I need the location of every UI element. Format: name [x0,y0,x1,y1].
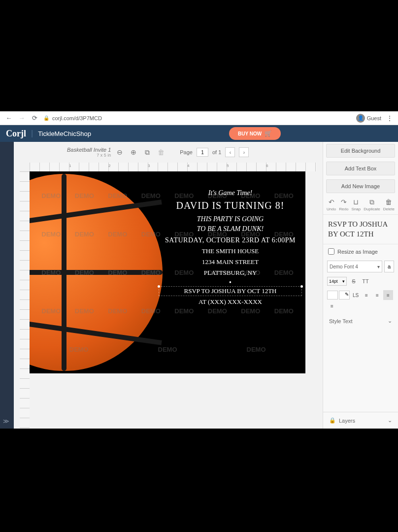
letter-spacing-button[interactable]: LS [351,290,361,300]
address-bar[interactable]: 🔒 corjl.com/d/3P7MCD [43,115,351,121]
invite-line-city[interactable]: PLATTSBURG, NY [163,269,298,277]
lock-icon: 🔒 [43,115,49,121]
document-dimensions: 7 x 5 in [67,153,111,158]
ruler-horizontal: 123456 [30,163,317,171]
buy-now-label: BUY NOW [238,131,262,136]
tool-row: ↶Undo ↷Redo ⊔Snap ⧉Duplicate 🗑Delete [323,195,398,215]
selection-handles[interactable] [159,286,302,296]
zoom-out-icon[interactable]: ⊖ [115,147,125,157]
resize-checkbox[interactable] [328,248,334,255]
divider: | [31,129,33,138]
magnet-icon: ⊔ [352,198,360,206]
resize-label: Resize as Image [337,249,378,255]
canvas-wrap: 123456 DEMODEMODEMODEMODEMO DEMODEMODEMO… [14,163,323,429]
letterbox-bottom [0,429,398,532]
redo-icon: ↷ [340,198,348,206]
trash-icon[interactable]: 🗑 [156,147,166,157]
invite-text-group: It's Game Time! DAVID IS TURNING 8! THIS… [163,186,298,309]
font-row: Demo Font 4▾ a [323,259,398,274]
chevron-down-icon: ⌄ [388,318,392,324]
page-number-input[interactable] [197,148,208,157]
text-transform-button[interactable]: TT [361,276,370,286]
divider-dot: ● [163,280,298,284]
editor-toolbar: Basketball Invite 1 7 x 5 in ⊖ ⊕ ⧉ 🗑 Pag… [14,142,323,163]
kebab-menu-icon[interactable]: ⋮ [386,114,393,122]
align-center-button[interactable]: ≡ [383,290,393,300]
properties-panel: Edit Background Add Text Box Add New Ima… [323,142,398,429]
expand-rail-icon[interactable]: ≫ [3,418,9,425]
buy-now-button[interactable]: BUY NOW 🛒 [229,127,281,140]
reload-icon[interactable]: ⟳ [31,114,38,122]
invite-line-date[interactable]: SATURDAY, OCTOBER 23RD AT 6:00PM [163,236,298,244]
layers-panel-toggle[interactable]: 🔒 Layers ⌄ [323,412,398,429]
stroke-color-swatch[interactable] [339,291,350,299]
invite-line-venue[interactable]: THE SMITH HOUSE [163,247,298,255]
size-row: 14pt▾ S TT [323,274,398,288]
invite-line-street[interactable]: 1234 MAIN STREET [163,258,298,266]
redo-button[interactable]: ↷Redo [339,198,348,211]
undo-icon: ↶ [328,198,335,206]
chevron-down-icon: ▾ [377,264,380,269]
app-header: Corjl | TickleMeChicShop BUY NOW 🛒 [0,125,398,142]
shop-name: TickleMeChicShop [38,130,91,137]
invite-line-gametime[interactable]: It's Game Time! [163,189,298,197]
duplicate-button[interactable]: ⧉Duplicate [364,198,380,211]
add-text-button[interactable]: Add Text Box [326,162,395,175]
fill-color-swatch[interactable] [327,291,338,299]
cart-icon: 🛒 [265,130,272,137]
delete-button[interactable]: 🗑Delete [383,198,395,211]
invite-line-slam[interactable]: THIS PARTY IS GOINGTO BE A SLAM DUNK! [163,214,298,233]
align-left-button[interactable]: ≡ [372,290,382,300]
url-text: corjl.com/d/3P7MCD [52,115,102,121]
delete-icon: 🗑 [385,198,393,206]
invite-line-phone[interactable]: AT (XXX) XXX-XXXX [163,298,298,306]
back-icon[interactable]: ← [5,114,13,122]
lock-icon: 🔒 [329,417,336,424]
left-rail: ≫ [0,142,14,429]
font-feature-button[interactable]: a [384,261,394,272]
page-next-button[interactable]: › [239,147,249,157]
main-area: ≫ Basketball Invite 1 7 x 5 in ⊖ ⊕ ⧉ 🗑 P… [0,142,398,429]
selected-text-preview: RSVP TO JOSHUA BY OCT 12TH [323,215,398,244]
forward-icon[interactable]: → [18,114,26,122]
editor-column: Basketball Invite 1 7 x 5 in ⊖ ⊕ ⧉ 🗑 Pag… [14,142,323,429]
page-label: Page [180,149,193,155]
strikethrough-button[interactable]: S [349,276,359,286]
document-title-block: Basketball Invite 1 7 x 5 in [67,147,111,158]
resize-as-image-row[interactable]: Resize as Image [323,244,398,259]
align-right-button[interactable]: ≡ [327,301,337,311]
user-label: Guest [367,115,381,121]
browser-chrome: ← → ⟳ 🔒 corjl.com/d/3P7MCD 👤 Guest ⋮ [0,111,398,125]
user-menu[interactable]: 👤 Guest [356,114,381,123]
document-name: Basketball Invite 1 [67,147,111,153]
invite-line-rsvp-selected[interactable]: RSVP TO JOSHUA BY OCT 12TH [163,287,298,295]
line-height-button[interactable]: ≡ [362,290,371,300]
chevron-down-icon: ⌄ [388,417,392,424]
copy-icon[interactable]: ⧉ [142,147,152,157]
format-row: LS ≡ ≡ ≡ ≡ [323,288,398,313]
duplicate-icon: ⧉ [368,198,376,206]
page-prev-button[interactable]: ‹ [225,147,235,157]
page-of-label: of 1 [212,149,221,155]
basketball-image[interactable] [30,174,163,371]
undo-button[interactable]: ↶Undo [327,198,336,211]
zoom-in-icon[interactable]: ⊕ [129,147,138,157]
design-canvas[interactable]: DEMODEMODEMODEMODEMO DEMODEMODEMODEMODEM… [30,171,305,373]
edit-background-button[interactable]: Edit Background [326,144,395,158]
font-size-select[interactable]: 14pt▾ [327,277,347,286]
font-family-select[interactable]: Demo Font 4▾ [327,261,382,272]
letterbox-top [0,0,398,111]
ruler-vertical [20,171,30,429]
invite-line-name[interactable]: DAVID IS TURNING 8! [163,200,298,211]
snap-button[interactable]: ⊔Snap [352,198,361,211]
avatar-icon: 👤 [356,114,365,123]
logo: Corjl [6,129,26,139]
style-text-toggle[interactable]: Style Text ⌄ [323,313,398,329]
add-image-button[interactable]: Add New Image [326,179,395,193]
